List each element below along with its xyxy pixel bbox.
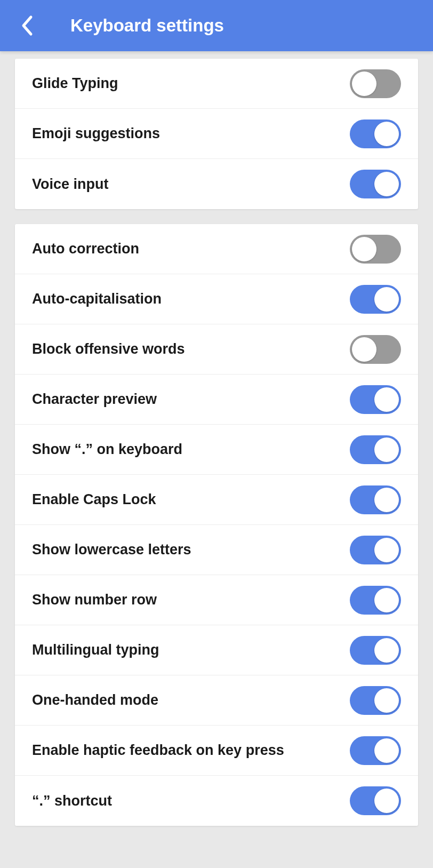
toggle-multilingual-typing[interactable] bbox=[350, 636, 401, 665]
toggle-knob bbox=[374, 789, 399, 813]
setting-label: Auto correction bbox=[32, 241, 139, 257]
settings-content: Glide Typing Emoji suggestions Voice inp… bbox=[0, 51, 433, 848]
toggle-knob bbox=[374, 437, 399, 462]
setting-row-period-shortcut[interactable]: “.” shortcut bbox=[15, 776, 418, 826]
toggle-voice-input[interactable] bbox=[350, 170, 401, 198]
toggle-emoji-suggestions[interactable] bbox=[350, 120, 401, 148]
toggle-glide-typing[interactable] bbox=[350, 69, 401, 98]
toggle-auto-correction[interactable] bbox=[350, 235, 401, 264]
setting-row-enable-caps-lock[interactable]: Enable Caps Lock bbox=[15, 475, 418, 525]
toggle-knob bbox=[374, 738, 399, 763]
toggle-block-offensive-words[interactable] bbox=[350, 335, 401, 364]
setting-row-multilingual-typing[interactable]: Multilingual typing bbox=[15, 625, 418, 675]
toggle-one-handed-mode[interactable] bbox=[350, 686, 401, 715]
chevron-left-icon bbox=[19, 15, 34, 36]
setting-row-auto-capitalisation[interactable]: Auto-capitalisation bbox=[15, 274, 418, 324]
setting-label: One-handed mode bbox=[32, 692, 158, 708]
settings-group-1: Glide Typing Emoji suggestions Voice inp… bbox=[15, 59, 418, 209]
setting-row-glide-typing[interactable]: Glide Typing bbox=[15, 59, 418, 109]
setting-label: Block offensive words bbox=[32, 341, 185, 357]
setting-row-auto-correction[interactable]: Auto correction bbox=[15, 224, 418, 274]
header: Keyboard settings bbox=[0, 0, 433, 51]
setting-label: Glide Typing bbox=[32, 75, 118, 92]
setting-row-emoji-suggestions[interactable]: Emoji suggestions bbox=[15, 109, 418, 159]
setting-label: Voice input bbox=[32, 176, 109, 193]
setting-row-show-lowercase-letters[interactable]: Show lowercase letters bbox=[15, 525, 418, 575]
toggle-knob bbox=[374, 122, 399, 146]
setting-row-show-number-row[interactable]: Show number row bbox=[15, 575, 418, 625]
setting-label: Show number row bbox=[32, 592, 157, 608]
setting-label: Show “.” on keyboard bbox=[32, 441, 182, 458]
setting-row-show-period-on-keyboard[interactable]: Show “.” on keyboard bbox=[15, 425, 418, 475]
settings-group-2: Auto correction Auto-capitalisation Bloc… bbox=[15, 224, 418, 826]
toggle-knob bbox=[374, 172, 399, 196]
toggle-knob bbox=[374, 688, 399, 713]
toggle-character-preview[interactable] bbox=[350, 385, 401, 414]
toggle-show-number-row[interactable] bbox=[350, 586, 401, 615]
toggle-knob bbox=[374, 488, 399, 512]
setting-label: Enable haptic feedback on key press bbox=[32, 742, 284, 759]
toggle-knob bbox=[352, 71, 376, 96]
toggle-knob bbox=[374, 538, 399, 562]
toggle-show-lowercase-letters[interactable] bbox=[350, 536, 401, 564]
toggle-period-shortcut[interactable] bbox=[350, 786, 401, 815]
toggle-auto-capitalisation[interactable] bbox=[350, 285, 401, 314]
setting-label: Enable Caps Lock bbox=[32, 491, 156, 508]
setting-label: Emoji suggestions bbox=[32, 125, 160, 142]
toggle-knob bbox=[374, 588, 399, 612]
setting-label: Multilingual typing bbox=[32, 642, 159, 658]
setting-row-voice-input[interactable]: Voice input bbox=[15, 159, 418, 209]
setting-label: Show lowercase letters bbox=[32, 541, 191, 558]
setting-row-one-handed-mode[interactable]: One-handed mode bbox=[15, 675, 418, 726]
setting-label: Character preview bbox=[32, 391, 157, 408]
setting-row-block-offensive-words[interactable]: Block offensive words bbox=[15, 324, 418, 375]
toggle-show-period-on-keyboard[interactable] bbox=[350, 435, 401, 464]
setting-row-character-preview[interactable]: Character preview bbox=[15, 375, 418, 425]
toggle-enable-caps-lock[interactable] bbox=[350, 485, 401, 514]
toggle-knob bbox=[352, 237, 376, 261]
back-button[interactable] bbox=[11, 10, 43, 42]
setting-row-enable-haptic-feedback[interactable]: Enable haptic feedback on key press bbox=[15, 726, 418, 776]
toggle-knob bbox=[374, 287, 399, 312]
toggle-enable-haptic-feedback[interactable] bbox=[350, 736, 401, 765]
setting-label: Auto-capitalisation bbox=[32, 291, 162, 307]
toggle-knob bbox=[374, 387, 399, 412]
setting-label: “.” shortcut bbox=[32, 793, 112, 809]
toggle-knob bbox=[374, 638, 399, 663]
toggle-knob bbox=[352, 337, 376, 362]
page-title: Keyboard settings bbox=[70, 15, 224, 36]
